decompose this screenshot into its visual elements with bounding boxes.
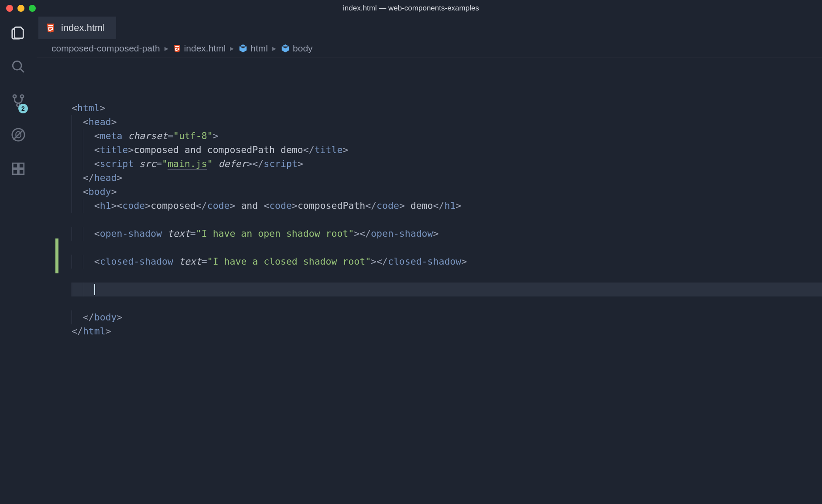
window-controls bbox=[6, 5, 36, 12]
breadcrumb-label: composed-composed-path bbox=[51, 43, 160, 54]
breadcrumb-label: body bbox=[293, 43, 313, 54]
extensions-icon bbox=[11, 161, 26, 177]
code-line[interactable]: <head> bbox=[72, 115, 822, 129]
breadcrumb: composed-composed-path ▸ index.html ▸ ht… bbox=[37, 39, 822, 58]
code-line[interactable]: </html> bbox=[72, 324, 822, 338]
close-window-button[interactable] bbox=[6, 5, 13, 12]
cube-icon bbox=[281, 44, 290, 53]
breadcrumb-symbol-html[interactable]: html bbox=[238, 43, 268, 54]
code-line[interactable]: <html> bbox=[72, 101, 822, 115]
breadcrumb-label: html bbox=[250, 43, 268, 54]
code-line[interactable]: <body> bbox=[72, 185, 822, 199]
window-title: index.html — web-components-examples bbox=[0, 4, 822, 13]
svg-line-1 bbox=[21, 68, 24, 72]
code-line[interactable] bbox=[72, 269, 822, 283]
code-line[interactable]: <closed-shadow text="I have a closed sha… bbox=[72, 255, 822, 269]
html5-icon bbox=[45, 23, 56, 33]
svg-rect-9 bbox=[13, 169, 17, 174]
breadcrumb-file[interactable]: index.html bbox=[173, 43, 226, 54]
no-bug-icon bbox=[11, 127, 26, 143]
code-line[interactable]: </body> bbox=[72, 310, 822, 324]
chevron-right-icon: ▸ bbox=[271, 44, 277, 53]
text-cursor bbox=[94, 284, 95, 295]
svg-point-3 bbox=[21, 95, 24, 98]
code-line[interactable]: <h1><code>composed</code> and <code>comp… bbox=[72, 199, 822, 213]
chevron-right-icon: ▸ bbox=[164, 44, 169, 53]
code-line[interactable]: <open-shadow text="I have an open shadow… bbox=[72, 227, 822, 241]
extensions-activity[interactable] bbox=[8, 159, 29, 180]
explorer-activity[interactable] bbox=[8, 23, 29, 44]
svg-rect-10 bbox=[19, 169, 24, 174]
code-line[interactable]: </head> bbox=[72, 171, 822, 185]
scm-activity[interactable]: 2 bbox=[8, 91, 29, 112]
search-icon bbox=[11, 59, 26, 75]
code-line[interactable]: <title>composed and composedPath demo</t… bbox=[72, 143, 822, 157]
code-line[interactable] bbox=[72, 283, 822, 296]
breadcrumb-symbol-body[interactable]: body bbox=[281, 43, 313, 54]
breadcrumb-label: index.html bbox=[184, 43, 226, 54]
code-content[interactable]: <html> <head> <meta charset="utf-8"> <ti… bbox=[72, 59, 822, 338]
search-activity[interactable] bbox=[8, 57, 29, 78]
tab-label: index.html bbox=[61, 22, 105, 34]
minimize-window-button[interactable] bbox=[17, 5, 24, 12]
svg-point-0 bbox=[13, 61, 21, 70]
git-change-indicator bbox=[55, 238, 58, 273]
scm-badge: 2 bbox=[18, 104, 28, 113]
editor-column: index.html composed-composed-path ▸ inde… bbox=[37, 17, 822, 504]
debug-activity[interactable] bbox=[8, 125, 29, 146]
main-layout: 2 index.html bbox=[0, 17, 822, 504]
code-line[interactable]: <meta charset="utf-8"> bbox=[72, 129, 822, 143]
code-line[interactable] bbox=[72, 241, 822, 255]
svg-rect-7 bbox=[13, 163, 17, 168]
cube-icon bbox=[238, 44, 248, 53]
tab-strip: index.html bbox=[37, 17, 822, 39]
activity-bar: 2 bbox=[0, 17, 37, 504]
breadcrumb-folder[interactable]: composed-composed-path bbox=[51, 43, 160, 54]
files-icon bbox=[11, 25, 26, 41]
editor-tab-index-html[interactable]: index.html bbox=[38, 17, 116, 39]
code-line[interactable] bbox=[72, 296, 822, 310]
code-line[interactable]: <script src="main.js" defer></script> bbox=[72, 157, 822, 171]
chevron-right-icon: ▸ bbox=[229, 44, 235, 53]
html5-icon bbox=[173, 44, 182, 53]
zoom-window-button[interactable] bbox=[29, 5, 36, 12]
titlebar: index.html — web-components-examples bbox=[0, 0, 822, 17]
svg-rect-8 bbox=[19, 163, 24, 168]
svg-point-2 bbox=[13, 95, 16, 98]
code-line[interactable] bbox=[72, 213, 822, 227]
editor-area[interactable]: <html> <head> <meta charset="utf-8"> <ti… bbox=[37, 58, 822, 504]
